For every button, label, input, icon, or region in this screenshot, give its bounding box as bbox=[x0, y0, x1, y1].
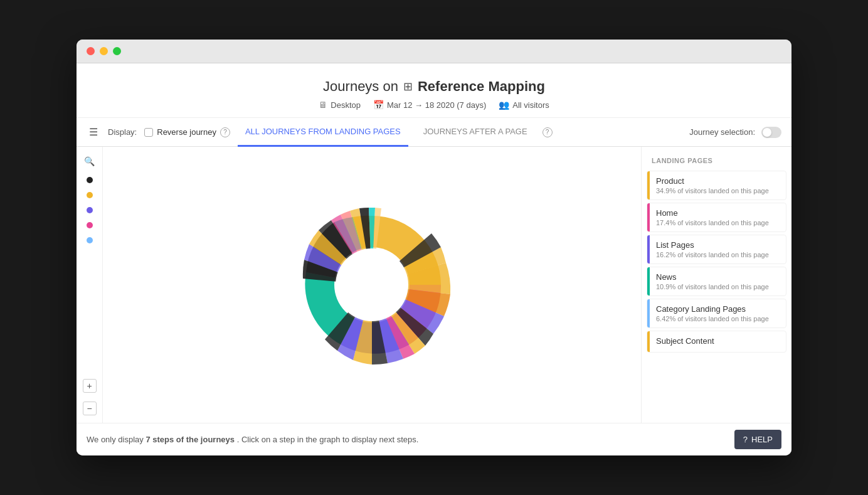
header-meta: 🖥 Desktop 📅 Mar 12 → 18 2020 (7 days) 👥 … bbox=[77, 100, 791, 110]
main-area: 🔍 + − bbox=[77, 147, 791, 423]
menu-icon-button[interactable]: ☰ bbox=[87, 124, 100, 141]
visitors-label: All visitors bbox=[512, 100, 549, 110]
tab-all-journeys[interactable]: ALL JOURNEYS FROM LANDING PAGES bbox=[238, 118, 408, 147]
search-icon[interactable]: 🔍 bbox=[83, 154, 97, 168]
zoom-in-button[interactable]: + bbox=[83, 379, 97, 393]
desktop-icon: 🖥 bbox=[319, 100, 327, 110]
legend-yellow bbox=[87, 192, 93, 198]
right-panel: LANDING PAGES Product 34.9% of visitors … bbox=[641, 147, 791, 423]
journey-selection-label: Journey selection: bbox=[689, 127, 755, 137]
tab-help-icon[interactable]: ? bbox=[542, 127, 553, 137]
landing-item[interactable]: Category Landing Pages 6.42% of visitors… bbox=[647, 299, 786, 328]
landing-item[interactable]: List Pages 16.2% of visitors landed on t… bbox=[647, 235, 786, 264]
date-range-label: Mar 12 → 18 2020 (7 days) bbox=[387, 100, 486, 110]
landing-item-stat: 17.4% of visitors landed on this page bbox=[656, 219, 780, 226]
date-range-info: 📅 Mar 12 → 18 2020 (7 days) bbox=[373, 100, 486, 110]
chart-area[interactable] bbox=[103, 147, 641, 423]
visitors-info: 👥 All visitors bbox=[499, 100, 549, 110]
tab-journeys-after[interactable]: JOURNEYS AFTER A PAGE bbox=[416, 118, 535, 147]
landing-item[interactable]: News 10.9% of visitors landed on this pa… bbox=[647, 267, 786, 296]
footer-bar: We only display 7 steps of the journeys … bbox=[77, 423, 791, 455]
landing-items-list: Product 34.9% of visitors landed on this… bbox=[642, 171, 791, 353]
sunburst-chart[interactable] bbox=[272, 184, 472, 385]
landing-item-name: Subject Content bbox=[656, 336, 780, 346]
app-window: Journeys on ⊞ Reference Mapping 🖥 Deskto… bbox=[77, 40, 791, 455]
maximize-button[interactable] bbox=[113, 47, 121, 55]
legend-lightblue bbox=[87, 237, 93, 243]
help-icon: ? bbox=[743, 435, 748, 444]
journey-selection-toggle[interactable] bbox=[761, 127, 781, 138]
display-label: Display: bbox=[108, 127, 137, 137]
help-label: HELP bbox=[751, 435, 773, 444]
minimize-button[interactable] bbox=[100, 47, 108, 55]
footer-text: We only display 7 steps of the journeys … bbox=[87, 435, 418, 444]
landing-pages-title: LANDING PAGES bbox=[642, 157, 791, 171]
footer-bold: 7 steps of the journeys bbox=[146, 435, 235, 444]
landing-item-name: Product bbox=[656, 176, 780, 186]
footer-prefix: We only display bbox=[87, 435, 144, 444]
toolbar-right: Journey selection: bbox=[689, 127, 781, 138]
visitors-icon: 👥 bbox=[499, 100, 509, 110]
calendar-icon: 📅 bbox=[373, 100, 384, 110]
landing-item-stat: 6.42% of visitors landed on this page bbox=[656, 315, 780, 322]
page-icon-symbol: ⊞ bbox=[403, 80, 413, 93]
reverse-journey-control[interactable]: Reverse journey ? bbox=[144, 127, 230, 137]
device-info: 🖥 Desktop bbox=[319, 100, 361, 110]
landing-item-stat: 10.9% of visitors landed on this page bbox=[656, 283, 780, 290]
landing-item-name: Category Landing Pages bbox=[656, 304, 780, 314]
landing-item-stat: 16.2% of visitors landed on this page bbox=[656, 251, 780, 258]
close-button[interactable] bbox=[87, 47, 95, 55]
sidebar: 🔍 + − bbox=[77, 147, 103, 423]
landing-item[interactable]: Product 34.9% of visitors landed on this… bbox=[647, 171, 786, 200]
toolbar-left: ☰ Display: Reverse journey ? ALL JOURNEY… bbox=[87, 118, 682, 147]
landing-item[interactable]: Home 17.4% of visitors landed on this pa… bbox=[647, 203, 786, 232]
page-title: Journeys on ⊞ Reference Mapping bbox=[77, 78, 791, 95]
reference-mapping-title: Reference Mapping bbox=[418, 78, 545, 95]
landing-item-name: News bbox=[656, 272, 780, 282]
landing-item-name: Home bbox=[656, 208, 780, 218]
svg-point-1 bbox=[336, 248, 408, 321]
journeys-prefix: Journeys on bbox=[323, 78, 398, 95]
toolbar: ☰ Display: Reverse journey ? ALL JOURNEY… bbox=[77, 118, 791, 147]
zoom-out-button[interactable]: − bbox=[83, 402, 97, 415]
footer-suffix: . Click on a step in the graph to displa… bbox=[237, 435, 419, 444]
help-button[interactable]: ? HELP bbox=[734, 430, 781, 449]
sunburst-svg bbox=[272, 184, 472, 385]
titlebar bbox=[77, 40, 791, 63]
legend-black bbox=[87, 177, 93, 183]
page-header: Journeys on ⊞ Reference Mapping 🖥 Deskto… bbox=[77, 63, 791, 118]
reverse-journey-checkbox[interactable] bbox=[144, 128, 153, 137]
landing-item-name: List Pages bbox=[656, 240, 780, 250]
landing-item-stat: 34.9% of visitors landed on this page bbox=[656, 187, 780, 194]
device-label: Desktop bbox=[331, 100, 361, 110]
reverse-journey-help[interactable]: ? bbox=[220, 127, 230, 137]
landing-item[interactable]: Subject Content bbox=[647, 331, 786, 353]
main-content: Journeys on ⊞ Reference Mapping 🖥 Deskto… bbox=[77, 63, 791, 455]
reverse-journey-label: Reverse journey bbox=[157, 127, 216, 137]
legend-pink bbox=[87, 222, 93, 228]
legend-purple bbox=[87, 207, 93, 213]
